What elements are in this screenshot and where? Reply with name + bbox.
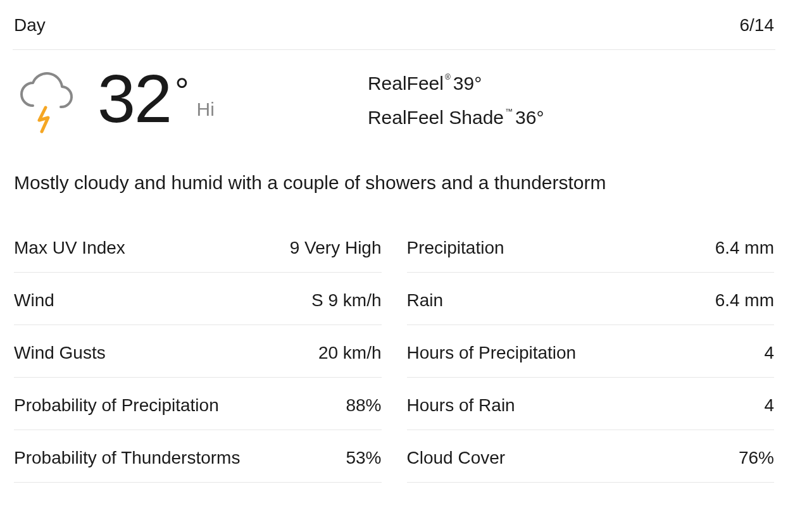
detail-row: Probability of Precipitation88%	[14, 378, 382, 430]
detail-row: Hours of Precipitation4	[407, 325, 775, 378]
detail-value: 6.4 mm	[715, 290, 774, 311]
temperature-block: 32 ° Hi	[97, 68, 215, 129]
details-left-column: Max UV Index9 Very HighWindS 9 km/hWind …	[14, 220, 382, 483]
card-header: Day 6/14	[13, 15, 775, 49]
detail-label: Wind	[14, 290, 54, 311]
details-right-column: Precipitation6.4 mmRain6.4 mmHours of Pr…	[407, 220, 775, 483]
realfeel-line: RealFeel ® 39°	[368, 73, 544, 94]
detail-label: Hours of Rain	[407, 395, 515, 416]
hi-label: Hi	[197, 99, 215, 120]
temperature-value: 32	[97, 68, 171, 129]
detail-value: S 9 km/h	[311, 290, 381, 311]
detail-row: Rain6.4 mm	[407, 273, 775, 325]
thunderstorm-icon	[14, 68, 77, 137]
detail-label: Hours of Precipitation	[407, 343, 577, 363]
detail-value: 6.4 mm	[715, 238, 774, 258]
detail-row: Probability of Thunderstorms53%	[14, 430, 382, 483]
date: 6/14	[740, 15, 775, 35]
temperature: 32 °	[97, 68, 188, 129]
realfeel-value: 39°	[453, 73, 482, 94]
detail-value: 9 Very High	[290, 238, 382, 258]
detail-row: Hours of Rain4	[407, 378, 775, 430]
registered-symbol: ®	[445, 73, 451, 82]
realfeel-shade-value: 36°	[515, 107, 544, 128]
detail-row: Cloud Cover76%	[407, 430, 775, 483]
detail-value: 4	[764, 395, 774, 416]
realfeel-shade-line: RealFeel Shade ™ 36°	[368, 107, 544, 128]
detail-value: 20 km/h	[318, 343, 382, 363]
detail-label: Precipitation	[407, 238, 504, 258]
detail-row: Wind Gusts20 km/h	[14, 325, 382, 378]
detail-label: Probability of Thunderstorms	[14, 448, 240, 468]
detail-label: Wind Gusts	[14, 343, 106, 363]
details-block: Max UV Index9 Very HighWindS 9 km/hWind …	[13, 209, 775, 483]
detail-row: Precipitation6.4 mm	[407, 220, 775, 273]
detail-label: Max UV Index	[14, 238, 125, 258]
detail-label: Cloud Cover	[407, 448, 506, 468]
detail-row: WindS 9 km/h	[14, 273, 382, 325]
detail-value: 76%	[739, 448, 774, 468]
detail-value: 53%	[346, 448, 381, 468]
detail-label: Rain	[407, 290, 444, 311]
realfeel-shade-label: RealFeel Shade	[368, 107, 504, 128]
weather-card: Day 6/14 32 ° Hi RealFeel ® 39° RealFee	[0, 0, 788, 483]
detail-value: 4	[764, 343, 774, 363]
detail-row: Max UV Index9 Very High	[14, 220, 382, 273]
detail-value: 88%	[346, 395, 381, 416]
period-title: Day	[14, 15, 46, 35]
realfeel-label: RealFeel	[368, 73, 444, 94]
detail-label: Probability of Precipitation	[14, 395, 219, 416]
realfeel-block: RealFeel ® 39° RealFeel Shade ™ 36°	[368, 68, 544, 128]
degree-symbol: °	[175, 73, 187, 108]
summary-block: 32 ° Hi RealFeel ® 39° RealFeel Shade ™ …	[13, 50, 775, 142]
trademark-symbol: ™	[505, 107, 513, 116]
forecast-description: Mostly cloudy and humid with a couple of…	[13, 142, 775, 209]
